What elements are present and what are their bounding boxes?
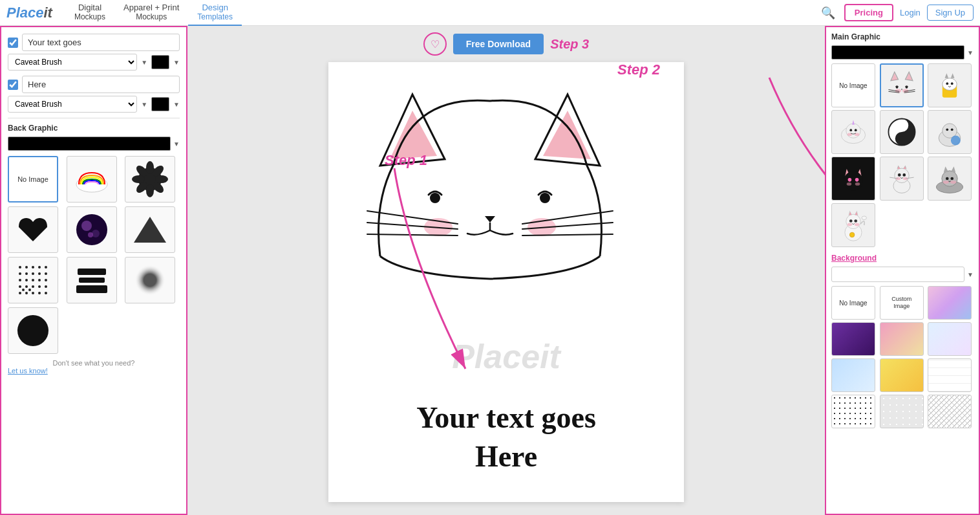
right-graphic-gray-cat[interactable] [928, 157, 972, 201]
text-row-1 [8, 34, 180, 51]
main-graphic-label: Main Graphic [831, 32, 974, 41]
color-dropdown-arrow-2: ▼ [173, 101, 180, 108]
right-graphic-cat-face[interactable] [880, 63, 924, 107]
graphic-rainbow[interactable] [67, 156, 117, 203]
svg-point-20 [19, 272, 21, 275]
bg-search-arrow: ▼ [967, 271, 974, 278]
right-color-bar-arrow: ▼ [967, 49, 974, 56]
svg-point-81 [846, 124, 860, 138]
bg-custom-image[interactable]: CustomImage [880, 286, 924, 320]
right-graphic-cat-ball[interactable] [928, 110, 972, 154]
svg-point-34 [45, 285, 47, 288]
svg-point-92 [951, 136, 961, 146]
svg-point-133 [855, 223, 859, 226]
svg-point-105 [894, 168, 908, 182]
color-swatch-2[interactable] [151, 97, 169, 111]
svg-point-103 [855, 182, 860, 186]
color-bar-arrow: ▼ [173, 140, 180, 148]
bg-peach-gradient[interactable] [880, 322, 924, 356]
svg-point-22 [32, 272, 34, 275]
svg-point-121 [951, 177, 954, 181]
graphic-triangle[interactable] [125, 206, 175, 253]
bg-dots-pattern[interactable] [831, 395, 875, 428]
font-dropdown-arrow-2: ▼ [141, 101, 147, 108]
svg-point-88 [899, 123, 904, 127]
dont-see-text: Don't see what you need? [8, 359, 180, 367]
right-graphic-white-cat[interactable] [880, 157, 924, 201]
font-row-1: Caveat Brush ▼ ▼ [8, 54, 180, 71]
bg-search-row: ▼ [831, 267, 974, 282]
graphic-solid-circle[interactable] [8, 307, 58, 354]
svg-point-38 [38, 292, 41, 294]
back-graphic-color-bar[interactable] [8, 137, 171, 151]
search-icon[interactable]: 🔍 [818, 3, 838, 23]
graphic-splat[interactable] [125, 156, 175, 203]
svg-point-35 [19, 292, 21, 294]
right-graphic-black-cat[interactable] [831, 157, 875, 201]
graphic-galaxy[interactable] [67, 206, 117, 253]
canvas-wrapper[interactable]: Placeit Your text goes Here [328, 62, 684, 502]
right-panel: Main Graphic ▼ No Image [825, 26, 980, 515]
right-color-bar[interactable] [831, 45, 964, 60]
right-graphic-yinyang-cat[interactable] [880, 110, 924, 154]
right-graphic-lucky-cat[interactable] [831, 203, 875, 247]
bg-gold-gradient[interactable] [880, 358, 924, 392]
nav-design-templates[interactable]: Design Templates [188, 0, 242, 26]
svg-point-82 [849, 129, 852, 131]
bg-pink-abstract[interactable] [928, 286, 972, 320]
svg-point-135 [849, 232, 854, 237]
svg-rect-44 [76, 285, 107, 293]
svg-point-76 [946, 82, 949, 85]
watermark: Placeit [452, 337, 560, 376]
main-nav: Digital Mockups Apparel + Print Mockups … [65, 0, 242, 26]
bg-blue-sky[interactable] [831, 358, 875, 392]
bg-search-input[interactable] [831, 267, 964, 282]
bg-crosshatch-pattern[interactable] [928, 395, 972, 428]
graphic-heart[interactable] [8, 206, 58, 253]
background-label[interactable]: Background [831, 254, 974, 263]
graphic-blur-circle[interactable] [125, 257, 175, 303]
svg-point-110 [898, 173, 901, 177]
text-checkbox-1[interactable] [8, 38, 18, 48]
font-select-2[interactable]: Caveat Brush [8, 96, 137, 113]
header-actions: 🔍 Pricing Login Sign Up [818, 3, 974, 23]
nav-apparel-mockups[interactable]: Apparel + Print Mockups [114, 0, 188, 26]
right-graphic-no-image[interactable]: No Image [831, 63, 875, 107]
graphic-no-image[interactable]: No Image [8, 156, 58, 203]
font-select-1[interactable]: Caveat Brush [8, 54, 137, 71]
text-checkbox-2[interactable] [8, 80, 18, 90]
canvas-top-bar: ♡ Free Download Step 3 [423, 32, 589, 56]
bg-grid-pattern[interactable] [928, 358, 972, 392]
right-graphic-unicorn-cat[interactable] [831, 110, 875, 154]
let-us-know-link[interactable]: Let us know! [8, 367, 180, 375]
graphic-brush[interactable] [67, 257, 117, 303]
svg-point-10 [76, 214, 107, 245]
text-input-2[interactable] [22, 76, 180, 93]
background-grid: No Image CustomImage [831, 286, 974, 428]
pricing-button[interactable]: Pricing [844, 4, 893, 21]
svg-point-24 [45, 272, 47, 275]
bg-snowflake-pattern[interactable] [880, 395, 924, 428]
bg-purple-galaxy[interactable] [831, 322, 875, 356]
free-download-button[interactable]: Free Download [453, 34, 544, 54]
bg-no-image[interactable]: No Image [831, 286, 875, 320]
canvas-area: ♡ Free Download Step 3 Step 1 Step 2 [187, 26, 825, 515]
header: Placeit Digital Mockups Apparel + Print … [0, 0, 980, 26]
heart-button[interactable]: ♡ [423, 32, 447, 56]
svg-point-123 [950, 181, 956, 184]
login-button[interactable]: Login [900, 8, 921, 17]
bg-light-pastel[interactable] [928, 322, 972, 356]
right-graphic-bucket-cat[interactable] [928, 63, 972, 107]
text-field-group-2: Caveat Brush ▼ ▼ [8, 76, 180, 113]
logo[interactable]: Placeit [6, 5, 52, 21]
nav-digital-label: Digital [78, 3, 101, 13]
main-layout: Caveat Brush ▼ ▼ Caveat Brush ▼ ▼ [0, 26, 980, 515]
color-swatch-1[interactable] [151, 55, 169, 69]
nav-digital-mockups[interactable]: Digital Mockups [65, 0, 114, 26]
graphic-dots[interactable] [8, 257, 58, 303]
signup-button[interactable]: Sign Up [927, 5, 974, 21]
text-input-1[interactable] [22, 34, 180, 51]
svg-point-132 [847, 223, 852, 226]
svg-point-100 [848, 178, 852, 182]
svg-point-101 [855, 178, 859, 182]
